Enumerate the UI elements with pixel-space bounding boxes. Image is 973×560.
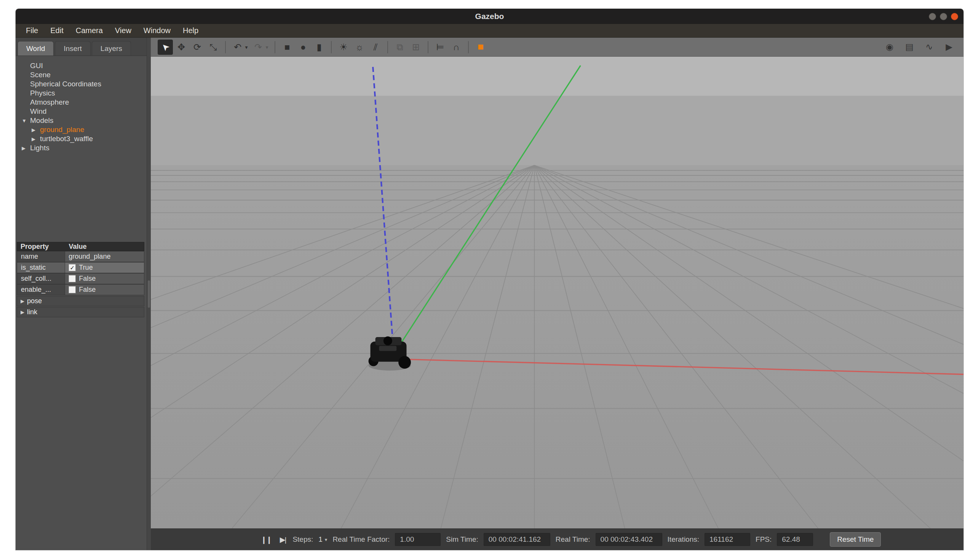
tree-item[interactable]: Spherical Coordinates [22, 80, 147, 88]
panel-splitter[interactable] [147, 38, 151, 550]
sim-time-label: Sim Time: [446, 535, 478, 543]
title-bar[interactable]: Gazebo [16, 9, 963, 24]
step-button[interactable]: ▶| [278, 535, 288, 544]
align-tool-button[interactable]: ⊨ [433, 40, 448, 55]
snap-tool-button[interactable]: ∩ [449, 40, 464, 55]
real-time-factor-field[interactable]: 1.00 [395, 533, 441, 546]
checkbox[interactable] [69, 286, 76, 293]
select-tool-button[interactable]: ➤ [158, 40, 173, 55]
property-group-row[interactable]: ▶ pose [17, 296, 144, 306]
property-row[interactable]: self_coll... False [17, 273, 144, 284]
box-tool-button[interactable]: ■ [279, 40, 295, 55]
sidebar-tab[interactable]: World [18, 41, 54, 55]
tree-item-label: Spherical Coordinates [30, 80, 101, 88]
property-row[interactable]: is_static ✓ True [17, 262, 144, 273]
property-value: False [79, 275, 95, 283]
iterations-field[interactable]: 161162 [704, 533, 750, 546]
cylinder-tool-button[interactable]: ▮ [311, 40, 327, 55]
expand-arrow-icon: ▶ [32, 127, 40, 133]
robot-lidar [383, 336, 392, 345]
window-title: Gazebo [475, 12, 504, 21]
expand-arrow-icon: ▶ [20, 298, 24, 304]
close-button[interactable] [951, 13, 958, 20]
undo-dropdown-icon[interactable]: ▾ [243, 40, 250, 55]
sphere-tool-button[interactable]: ● [296, 40, 311, 55]
paste-button[interactable]: ⊞ [408, 40, 423, 55]
steps-selector[interactable]: 1 ▾ [318, 535, 327, 543]
menu-item[interactable]: Window [138, 25, 176, 37]
property-value-cell: ground_plane [65, 251, 144, 262]
checkbox[interactable]: ✓ [69, 264, 76, 271]
tree-item[interactable]: Atmosphere [22, 98, 147, 107]
menu-item[interactable]: Camera [70, 25, 109, 37]
expand-arrow-icon: ▶ [22, 145, 30, 151]
left-panel: World Insert Layers GUI Scene [16, 38, 147, 550]
tree-item[interactable]: ▶ ground_plane [22, 125, 147, 134]
sidebar-tab[interactable]: Layers [92, 41, 131, 55]
property-value: ground_plane [69, 253, 110, 261]
redo-dropdown-icon[interactable]: ▾ [264, 40, 270, 55]
property-value-cell: False [65, 284, 144, 295]
directional-light-button[interactable]: ⫽ [368, 40, 383, 55]
tree-item-label: Models [30, 117, 53, 125]
viewport-3d[interactable] [151, 57, 963, 528]
menu-item[interactable]: View [109, 25, 137, 37]
property-name: self_coll... [17, 273, 65, 284]
robot-deck-detail [379, 346, 396, 351]
property-row[interactable]: name ground_plane [17, 251, 144, 262]
pause-button[interactable]: ❙❙ [259, 535, 273, 544]
scale-tool-button[interactable]: ⤡ [206, 40, 221, 55]
separator [468, 41, 469, 53]
translate-tool-button[interactable]: ✥ [174, 40, 189, 55]
property-value-cell: False [65, 273, 144, 284]
separator [225, 41, 226, 53]
gazebo-window: Gazebo File Edit Camera View Window Help… [16, 9, 963, 550]
tree-item[interactable]: Scene [22, 70, 147, 80]
sky-upper-band [151, 57, 963, 96]
fps-field[interactable]: 62.48 [777, 533, 813, 546]
menu-item[interactable]: Edit [45, 25, 69, 37]
minimize-button[interactable] [929, 13, 936, 20]
property-name: is_static [17, 262, 65, 273]
sidebar-tab[interactable]: Insert [55, 41, 90, 55]
separator [274, 41, 275, 53]
record-video-button[interactable]: ▶ [941, 40, 956, 55]
reset-time-button[interactable]: Reset Time [830, 532, 881, 547]
tree-item[interactable]: Physics [22, 88, 147, 98]
spot-light-button[interactable]: ☼ [352, 40, 367, 55]
data-logger-button[interactable]: ▤ [902, 40, 917, 55]
point-light-button[interactable]: ☀ [336, 40, 351, 55]
separator [428, 41, 428, 53]
tree-item[interactable]: GUI [22, 61, 147, 70]
separator [331, 41, 332, 53]
screenshot-camera-button[interactable]: ◉ [882, 40, 897, 55]
real-time-field[interactable]: 00 00:02:43.402 [595, 533, 662, 546]
splitter-handle[interactable] [148, 280, 150, 308]
expand-arrow-icon: ▶ [20, 309, 24, 315]
tree-item[interactable]: ▶ Lights [22, 143, 147, 152]
sim-time-field[interactable]: 00 00:02:41.162 [484, 533, 550, 546]
separator [387, 41, 388, 53]
tree-item[interactable]: Wind [22, 107, 147, 116]
property-name: name [17, 251, 65, 262]
tree-item-label: GUI [30, 62, 43, 70]
tree-item[interactable]: ▶ turtlebot3_waffle [22, 134, 147, 143]
maximize-button[interactable] [940, 13, 947, 20]
rotate-tool-button[interactable]: ⟳ [190, 40, 205, 55]
building-editor-button[interactable]: ■ [473, 40, 488, 55]
menu-item[interactable]: Help [177, 25, 204, 37]
robot-right-wheel [398, 356, 411, 368]
tree-item-label: ground_plane [40, 125, 84, 134]
tree-item[interactable]: ▼ Models [22, 116, 147, 125]
copy-button[interactable]: ⧉ [392, 40, 408, 55]
checkbox[interactable] [69, 275, 76, 282]
tree-item-label: Atmosphere [30, 98, 69, 107]
property-groups: ▶ pose ▶ link [17, 296, 144, 317]
toolbar-left-group: ➤ ✥ ⟳ ⤡ [158, 40, 488, 55]
plot-window-button[interactable]: ∿ [921, 40, 937, 55]
property-row[interactable]: enable_... False [17, 284, 144, 295]
menu-item[interactable]: File [20, 25, 44, 37]
property-group-row[interactable]: ▶ link [17, 307, 144, 317]
property-group-label: pose [27, 297, 42, 305]
real-time-label: Real Time: [556, 535, 590, 543]
